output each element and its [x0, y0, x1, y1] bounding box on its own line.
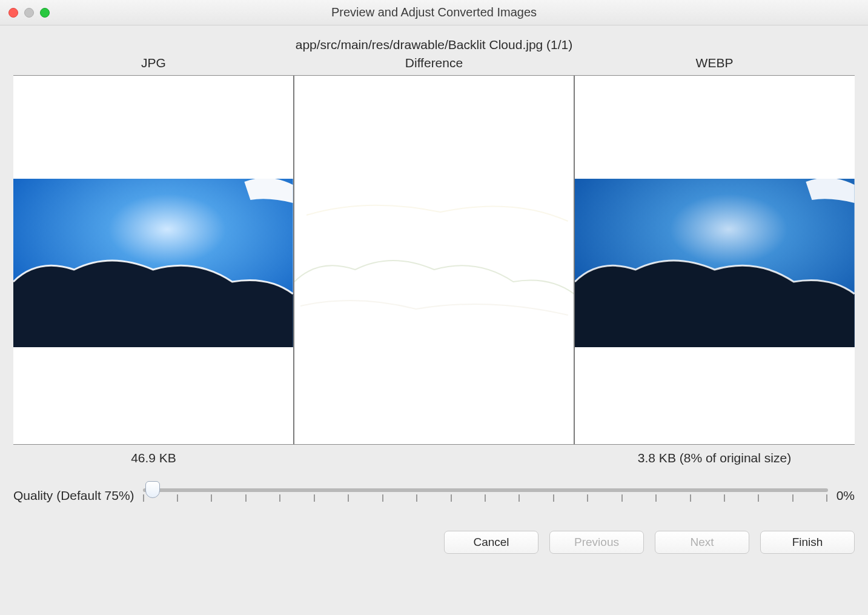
- quality-label: Quality (Default 75%): [13, 488, 134, 503]
- slider-track: [143, 488, 828, 492]
- quality-slider[interactable]: [143, 484, 828, 508]
- column-header-webp: WEBP: [574, 56, 855, 70]
- cancel-button[interactable]: Cancel: [444, 531, 538, 554]
- difference-preview-image: [294, 179, 574, 347]
- minimize-window-button[interactable]: [24, 8, 34, 18]
- svg-rect-1: [294, 179, 574, 347]
- file-path-label: app/src/main/res/drawable/Backlit Cloud.…: [13, 38, 855, 52]
- difference-size-label: [294, 451, 574, 465]
- preview-panel-webp: [574, 76, 855, 444]
- slider-ticks: [143, 494, 828, 503]
- column-header-jpg: JPG: [13, 56, 294, 70]
- webp-size-label: 3.8 KB (8% of original size): [574, 451, 855, 465]
- quality-row: Quality (Default 75%) 0%: [13, 484, 855, 508]
- webp-preview-image: [575, 179, 855, 347]
- window-titlebar: Preview and Adjust Converted Images: [0, 0, 868, 25]
- size-labels: 46.9 KB 3.8 KB (8% of original size): [13, 451, 855, 465]
- jpg-size-label: 46.9 KB: [13, 451, 294, 465]
- jpg-preview-image: [13, 179, 293, 347]
- column-header-difference: Difference: [294, 56, 574, 70]
- previous-button[interactable]: Previous: [549, 531, 644, 554]
- quality-value-label: 0%: [837, 488, 855, 503]
- traffic-lights: [8, 8, 50, 18]
- window-title: Preview and Adjust Converted Images: [0, 5, 868, 19]
- preview-panel-difference: [293, 76, 574, 444]
- maximize-window-button[interactable]: [40, 8, 50, 18]
- preview-panel-jpg: [13, 76, 293, 444]
- finish-button[interactable]: Finish: [760, 531, 855, 554]
- next-button[interactable]: Next: [655, 531, 749, 554]
- column-headers: JPG Difference WEBP: [13, 56, 855, 70]
- dialog-buttons: Cancel Previous Next Finish: [13, 531, 855, 554]
- close-window-button[interactable]: [8, 8, 18, 18]
- preview-panels: [13, 75, 855, 445]
